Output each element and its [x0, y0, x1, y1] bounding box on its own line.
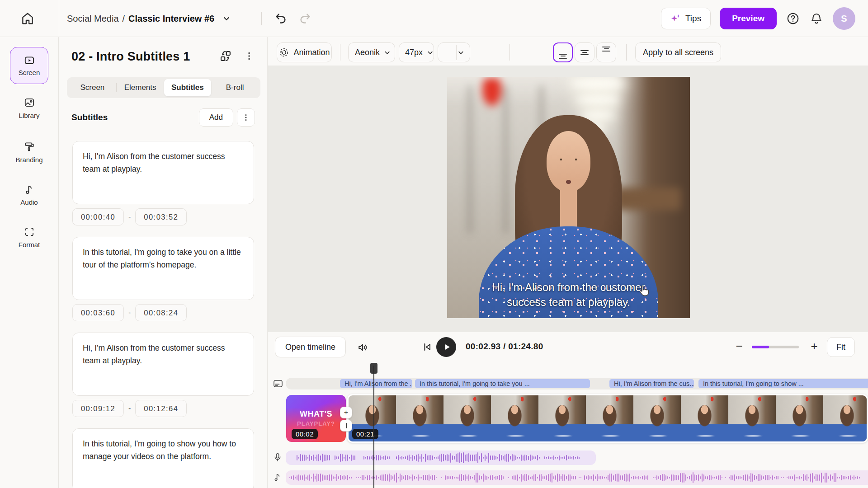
tab-screen[interactable]: Screen	[69, 79, 116, 96]
volume-icon[interactable]	[357, 341, 369, 353]
align-bottom-button[interactable]	[553, 42, 573, 62]
animation-button[interactable]: Animation	[277, 42, 332, 62]
skip-to-start-icon[interactable]	[422, 342, 433, 352]
video-frame-thumbnail	[538, 395, 586, 441]
panel-tabs: Screen Elements Subtitles B-roll	[67, 77, 260, 98]
editor-canvas: Hi, I'm Alison from the customer success…	[268, 66, 868, 332]
text-color-select[interactable]	[438, 42, 470, 62]
video-frame-thumbnail	[491, 395, 538, 441]
subtitles-section-title: Subtitles	[71, 113, 108, 122]
transition-button[interactable]	[340, 420, 352, 432]
subtitle-card-list: Hi, I'm Alison from the customer success…	[59, 133, 268, 488]
add-subtitle-button[interactable]: Add	[199, 108, 233, 127]
preview-button[interactable]: Preview	[720, 8, 777, 29]
video-frame-thumbnail	[776, 395, 823, 441]
video-frame-thumbnail	[681, 395, 728, 441]
top-bar: Social Media / Classic Interview #6 Tips…	[0, 0, 868, 37]
timeline-subtitle-clip[interactable]: Hi, I'm Alison from the cus...	[609, 379, 694, 388]
breadcrumb[interactable]: Social Media / Classic Interview #6	[67, 0, 231, 37]
subtitle-start-time[interactable]: 00:03:60	[72, 304, 124, 321]
replace-screen-icon[interactable]	[219, 50, 232, 62]
sidebar-item-format[interactable]: Format	[0, 226, 58, 249]
zoom-in-icon[interactable]: +	[809, 341, 820, 352]
home-icon[interactable]	[20, 11, 35, 26]
video-preview[interactable]: Hi, I'm Alison from the customer success…	[447, 77, 690, 318]
open-timeline-button[interactable]: Open timeline	[275, 337, 346, 357]
timeline: Hi, I'm Alison from the ... In this tuto…	[268, 362, 868, 488]
sidebar-item-audio[interactable]: Audio	[0, 183, 58, 206]
subtitle-end-time[interactable]: 00:08:24	[135, 304, 187, 321]
chevron-down-icon	[458, 49, 464, 56]
align-top-icon	[602, 47, 610, 52]
page-title: 02 - Intro Subtitles 1	[71, 50, 190, 64]
timeline-zoom-slider[interactable]	[752, 346, 799, 348]
chevron-down-icon[interactable]	[222, 14, 231, 23]
sidebar-item-label: Audio	[20, 198, 38, 206]
format-frame-icon	[24, 226, 35, 238]
library-icon	[24, 97, 35, 108]
burned-in-subtitle[interactable]: Hi, I'm Alison from the customer success…	[447, 280, 690, 310]
kebab-menu-icon[interactable]	[244, 51, 255, 61]
sidebar-item-screen[interactable]: Screen	[10, 47, 48, 84]
fit-button[interactable]: Fit	[827, 337, 855, 357]
breadcrumb-project[interactable]: Social Media	[67, 14, 119, 24]
timeline-subtitle-clip[interactable]: In this tutorial, I'm going to take you …	[415, 379, 590, 388]
sparkles-icon	[670, 13, 681, 24]
tab-elements[interactable]: Elements	[117, 79, 164, 96]
help-icon[interactable]	[786, 11, 800, 26]
subtitle-end-time[interactable]: 00:03:52	[135, 208, 187, 225]
divider	[626, 44, 627, 61]
sidebar-item-label: Branding	[15, 156, 42, 164]
video-frame-thumbnail	[823, 395, 867, 441]
subtitles-kebab-button[interactable]	[237, 108, 255, 127]
sidebar-item-library[interactable]: Library	[0, 97, 58, 119]
align-top-button[interactable]	[596, 42, 616, 62]
breadcrumb-current[interactable]: Classic Interview #6	[128, 14, 214, 24]
subtitle-text-card[interactable]: In this tutorial, I'm going to take you …	[72, 237, 254, 300]
align-middle-button[interactable]	[575, 42, 594, 62]
divider	[261, 12, 262, 25]
notifications-bell-icon[interactable]	[809, 11, 824, 26]
subtitle-start-time[interactable]: 00:09:12	[72, 400, 124, 417]
font-family-select[interactable]: Aeonik	[348, 42, 395, 62]
subtitle-text-card[interactable]: In this tutorial, I'm going to show you …	[72, 428, 254, 488]
music-note-icon	[24, 183, 35, 195]
paint-roller-icon	[24, 141, 35, 153]
playhead-line[interactable]	[373, 366, 374, 488]
timecode-display: 00:02.93 / 01:24.80	[466, 342, 543, 352]
subtitle-text-card[interactable]: Hi, I'm Alison from the customer success…	[72, 333, 254, 396]
tab-subtitles[interactable]: Subtitles	[164, 79, 212, 96]
apply-to-all-screens-button[interactable]: Apply to all screens	[635, 42, 721, 62]
divider	[509, 44, 510, 61]
font-size-select[interactable]: 47px	[399, 42, 434, 62]
subtitle-track-icon	[273, 378, 283, 389]
mic-track-icon	[273, 452, 283, 463]
clip-duration-badge: 00:21	[352, 429, 378, 439]
divider	[340, 44, 340, 61]
playback-bar: Open timeline 00:02.93 / 01:24.80 − + Fi…	[268, 332, 868, 362]
screen-settings-panel: 02 - Intro Subtitles 1 Screen Elements S…	[59, 37, 268, 488]
subtitle-start-time[interactable]: 00:00:40	[72, 208, 124, 225]
insert-screen-button[interactable]: +	[340, 407, 352, 418]
redo-icon[interactable]	[298, 12, 312, 25]
zoom-out-icon[interactable]: −	[734, 341, 745, 352]
timeline-subtitle-clip[interactable]: In this tutorial, I'm going to show ...	[698, 379, 868, 388]
sidebar-item-branding[interactable]: Branding	[0, 141, 58, 164]
undo-icon[interactable]	[274, 12, 288, 25]
subtitle-end-time[interactable]: 00:12:64	[135, 400, 187, 417]
timeline-subtitle-clip[interactable]: Hi, I'm Alison from the ...	[340, 379, 412, 388]
avatar[interactable]: S	[833, 7, 855, 30]
music-track-icon	[273, 472, 283, 483]
main-video-clip[interactable]	[347, 394, 868, 443]
screen-icon	[24, 55, 35, 66]
clip-duration-badge: 00:02	[292, 429, 318, 439]
video-frame-thumbnail	[443, 395, 491, 441]
video-frame-thumbnail	[633, 395, 681, 441]
tips-button[interactable]: Tips	[661, 8, 711, 29]
play-button[interactable]	[436, 337, 456, 357]
video-thumbnail-strip	[349, 395, 867, 441]
tab-b-roll[interactable]: B-roll	[211, 79, 259, 96]
voiceover-audio-track[interactable]	[286, 450, 596, 465]
sidebar-item-label: Format	[19, 241, 40, 249]
subtitle-text-card[interactable]: Hi, I'm Alison from the customer success…	[72, 141, 254, 204]
